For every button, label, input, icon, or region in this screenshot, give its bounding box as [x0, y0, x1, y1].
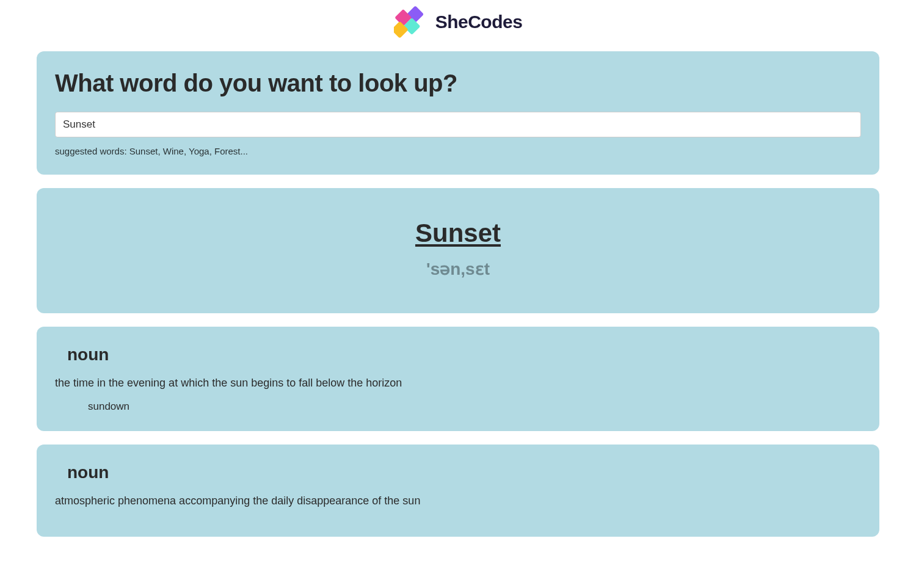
logo-header: SheCodes: [37, 0, 879, 51]
synonym-text: sundown: [88, 401, 861, 413]
search-input[interactable]: [55, 112, 861, 137]
phonetic-text: 'sən,sɛt: [55, 259, 861, 279]
meaning-card-2: noun atmospheric phenomena accompanying …: [37, 445, 879, 537]
shecodes-logo-icon: [394, 5, 428, 39]
part-of-speech: noun: [67, 463, 861, 482]
search-hint: suggested words: Sunset, Wine, Yoga, For…: [55, 146, 861, 156]
brand-name: SheCodes: [435, 12, 523, 32]
word-card: Sunset 'sən,sɛt: [37, 188, 879, 313]
definition-text: the time in the evening at which the sun…: [55, 377, 861, 390]
definition-text: atmospheric phenomena accompanying the d…: [55, 495, 861, 507]
search-heading: What word do you want to look up?: [55, 70, 861, 97]
word-title: Sunset: [55, 219, 861, 248]
search-card: What word do you want to look up? sugges…: [37, 51, 879, 175]
part-of-speech: noun: [67, 345, 861, 365]
meaning-card-1: noun the time in the evening at which th…: [37, 327, 879, 431]
